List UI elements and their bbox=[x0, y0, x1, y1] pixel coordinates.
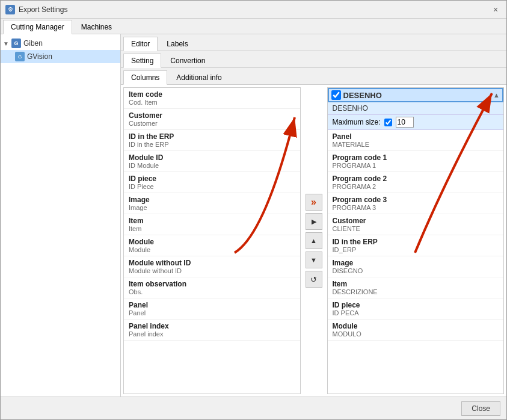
item-sub: Module bbox=[129, 246, 295, 253]
move-up-button[interactable]: ▲ bbox=[306, 232, 322, 249]
title-bar-left: ⚙ Export Settings bbox=[5, 5, 67, 14]
item-name: Customer bbox=[333, 217, 499, 225]
item-sub: PROGRAMA 1 bbox=[333, 162, 499, 169]
item-name: Panel bbox=[129, 301, 295, 309]
right-list-item[interactable]: Module MODULO bbox=[328, 320, 504, 341]
desenho-text-input[interactable] bbox=[343, 91, 494, 100]
right-list-item[interactable]: Program code 1 PROGRAMA 1 bbox=[328, 151, 504, 172]
move-up-icon: ▲ bbox=[310, 237, 317, 244]
right-list-item[interactable]: Image DISEGNO bbox=[328, 256, 504, 277]
giben-icon: G bbox=[11, 39, 21, 48]
close-button[interactable]: Close bbox=[461, 401, 500, 416]
tab-editor[interactable]: Editor bbox=[123, 37, 158, 51]
item-name: Item bbox=[333, 280, 499, 288]
right-panel: Editor Labels Setting Convertion Columns… bbox=[121, 34, 506, 397]
right-list-item[interactable]: Panel MATERIALE bbox=[328, 130, 504, 151]
right-list-item[interactable]: Item DESCRIZIONE bbox=[328, 277, 504, 298]
list-item[interactable]: Customer Customer bbox=[124, 109, 300, 130]
item-name: Image bbox=[333, 259, 499, 267]
item-sub: ID PECA bbox=[333, 309, 499, 317]
item-sub: CLIENTE bbox=[333, 225, 499, 232]
left-list-scroll[interactable]: Item code Cod. Item Customer Customer ID… bbox=[124, 88, 300, 394]
item-name: Program code 3 bbox=[333, 196, 499, 204]
tab-labels[interactable]: Labels bbox=[159, 37, 195, 51]
list-item[interactable]: Panel index Panel index bbox=[124, 320, 300, 341]
list-item[interactable]: Module ID ID Module bbox=[124, 151, 300, 172]
list-item[interactable]: Module Module bbox=[124, 235, 300, 256]
column-tabs: Columns Additional info bbox=[121, 68, 506, 85]
item-name: Module ID bbox=[129, 153, 295, 162]
item-sub: MATERIALE bbox=[333, 141, 499, 148]
max-size-input[interactable] bbox=[396, 117, 414, 128]
item-sub: Cod. Item bbox=[129, 99, 295, 106]
list-item[interactable]: Module without ID Module without ID bbox=[124, 256, 300, 277]
scroll-up-icon: ▲ bbox=[493, 91, 500, 99]
item-sub: ID in the ERP bbox=[129, 141, 295, 148]
move-all-right-button[interactable]: » bbox=[306, 194, 322, 211]
item-name: Module without ID bbox=[129, 259, 295, 267]
editor-tabs: Editor Labels bbox=[121, 34, 506, 51]
item-sub: ID Piece bbox=[129, 183, 295, 190]
move-right-button[interactable]: ▶ bbox=[306, 213, 322, 230]
item-sub: Image bbox=[129, 204, 295, 211]
tab-convertion[interactable]: Convertion bbox=[162, 54, 213, 67]
max-size-label: Maximum size: bbox=[333, 118, 381, 126]
right-list-item[interactable]: Program code 3 PROGRAMA 3 bbox=[328, 193, 504, 214]
window-close-button[interactable]: × bbox=[490, 4, 502, 16]
item-name: Panel index bbox=[129, 322, 295, 330]
item-name: Program code 2 bbox=[333, 174, 499, 183]
setting-tabs: Setting Convertion bbox=[121, 51, 506, 68]
list-item[interactable]: Panel Panel bbox=[124, 298, 300, 320]
item-sub: Item bbox=[129, 225, 295, 232]
item-sub: Panel index bbox=[129, 330, 295, 338]
right-list-item[interactable]: ID in the ERP ID_ERP bbox=[328, 235, 504, 256]
item-sub: PROGRAMA 2 bbox=[333, 183, 499, 190]
refresh-icon: ↺ bbox=[310, 275, 317, 284]
tab-machines[interactable]: Machines bbox=[73, 20, 120, 34]
list-item[interactable]: ID piece ID Piece bbox=[124, 172, 300, 193]
right-list-item[interactable]: Customer CLIENTE bbox=[328, 214, 504, 235]
item-sub: MODULO bbox=[333, 330, 499, 338]
export-settings-window: ⚙ Export Settings × Cutting Manager Mach… bbox=[0, 0, 507, 420]
item-name: ID in the ERP bbox=[129, 132, 295, 141]
tab-additional-info[interactable]: Additional info bbox=[168, 70, 229, 84]
right-list-item[interactable]: ID piece ID PECA bbox=[328, 298, 504, 320]
tab-columns[interactable]: Columns bbox=[123, 70, 167, 85]
tab-setting[interactable]: Setting bbox=[123, 54, 161, 68]
tab-cutting-manager[interactable]: Cutting Manager bbox=[3, 20, 72, 34]
item-sub: PROGRAMA 3 bbox=[333, 204, 499, 211]
right-list-item[interactable]: Program code 2 PROGRAMA 2 bbox=[328, 172, 504, 193]
move-down-button[interactable]: ▼ bbox=[306, 252, 322, 268]
sidebar-giben-label: Giben bbox=[23, 39, 43, 48]
item-sub: Panel bbox=[129, 309, 295, 317]
sidebar-item-gvision[interactable]: G GVision bbox=[1, 50, 120, 63]
sidebar: ▼ G Giben G GVision bbox=[1, 34, 121, 397]
list-item[interactable]: Item observation Obs. bbox=[124, 277, 300, 298]
desenho-checkbox[interactable] bbox=[331, 90, 341, 100]
item-name: Item code bbox=[129, 90, 295, 99]
right-list-scroll[interactable]: Panel MATERIALE Program code 1 PROGRAMA … bbox=[328, 130, 504, 394]
sidebar-gvision-label: GVision bbox=[27, 52, 52, 61]
footer: Close bbox=[1, 397, 506, 419]
list-item[interactable]: Image Image bbox=[124, 193, 300, 214]
list-item[interactable]: ID in the ERP ID in the ERP bbox=[124, 130, 300, 151]
item-name: ID in the ERP bbox=[333, 238, 499, 246]
max-size-row: Maximum size: bbox=[328, 115, 504, 130]
title-bar: ⚙ Export Settings × bbox=[1, 1, 506, 19]
item-name: Customer bbox=[129, 111, 295, 120]
right-selected-header[interactable]: ▲ bbox=[328, 88, 504, 102]
list-item[interactable]: Item Item bbox=[124, 214, 300, 235]
list-item[interactable]: Item code Cod. Item bbox=[124, 88, 300, 109]
max-size-checkbox[interactable] bbox=[384, 119, 392, 126]
item-sub: Obs. bbox=[129, 288, 295, 295]
item-name: ID piece bbox=[129, 174, 295, 183]
item-sub: Module without ID bbox=[129, 267, 295, 274]
item-sub: DESCRIZIONE bbox=[333, 288, 499, 295]
middle-controls: » ▶ ▲ ▼ ↺ bbox=[303, 87, 325, 394]
left-column-list: Item code Cod. Item Customer Customer ID… bbox=[123, 87, 301, 394]
desenho-sub-item[interactable]: DESENHO bbox=[328, 102, 504, 115]
main-tabs: Cutting Manager Machines bbox=[1, 19, 506, 34]
refresh-button[interactable]: ↺ bbox=[306, 271, 322, 288]
content-area: ▼ G Giben G GVision Editor Labels Settin… bbox=[1, 34, 506, 397]
sidebar-item-giben[interactable]: ▼ G Giben bbox=[1, 37, 120, 50]
